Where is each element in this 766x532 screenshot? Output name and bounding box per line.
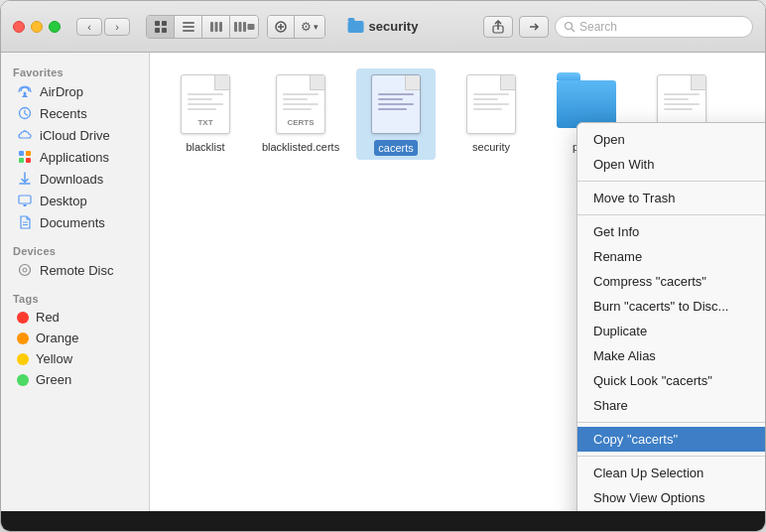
documents-label: Documents: [40, 215, 105, 230]
sidebar-item-downloads[interactable]: Downloads: [5, 168, 145, 190]
icon-view-button[interactable]: [147, 16, 175, 38]
security-doc-icon: [466, 74, 516, 134]
sidebar-item-icloud[interactable]: iCloud Drive: [5, 124, 145, 146]
sidebar-item-red[interactable]: Red: [5, 307, 145, 328]
sidebar: Favorites AirDrop: [1, 53, 150, 511]
devices-label: Devices: [1, 239, 149, 259]
sidebar-item-yellow[interactable]: Yellow: [5, 348, 145, 369]
share-button[interactable]: [483, 16, 513, 38]
desktop-icon: [17, 193, 33, 208]
svg-rect-4: [183, 22, 194, 24]
svg-point-17: [24, 92, 27, 95]
menu-sep-1: [577, 181, 765, 182]
titlebar: ‹ ›: [1, 1, 765, 53]
cacerts-doc-icon: [371, 74, 421, 134]
sidebar-item-desktop[interactable]: Desktop: [5, 190, 145, 211]
svg-rect-0: [155, 21, 160, 26]
window-title-area: security: [348, 19, 419, 34]
svg-rect-5: [183, 26, 194, 28]
forward-button[interactable]: ›: [104, 18, 130, 36]
svg-point-25: [23, 268, 27, 272]
menu-make-alias[interactable]: Make Alias: [577, 343, 765, 368]
menu-clean-up[interactable]: Clean Up Selection: [577, 461, 765, 485]
file-security[interactable]: security: [451, 68, 531, 160]
menu-show-view-options[interactable]: Show View Options: [577, 485, 765, 510]
menu-compress-label: Compress "cacerts": [593, 274, 706, 289]
green-tag-label: Green: [36, 372, 71, 387]
menu-rename[interactable]: Rename: [577, 244, 765, 269]
finder-window: ‹ ›: [0, 0, 766, 532]
menu-open-with[interactable]: Open With ▶: [577, 152, 765, 177]
downloads-icon: [17, 171, 33, 187]
menu-sep-4: [577, 456, 765, 457]
column-view-button[interactable]: [202, 16, 230, 38]
sidebar-item-remote-disc[interactable]: Remote Disc: [5, 259, 145, 281]
blacklisted-certs-icon-container: CERTS: [269, 72, 332, 136]
svg-rect-23: [19, 196, 31, 203]
action-group: ⚙ ▾: [267, 15, 325, 39]
sidebar-item-applications[interactable]: Applications: [5, 146, 145, 168]
applications-icon: [17, 149, 33, 165]
svg-rect-2: [155, 28, 160, 33]
blacklisted-certs-label: blacklisted.certs: [262, 140, 339, 154]
sidebar-item-green[interactable]: Green: [5, 369, 145, 390]
menu-quick-look[interactable]: Quick Look "cacerts": [577, 368, 765, 393]
recents-icon: [17, 105, 33, 121]
blacklist-icon-container: TXT: [174, 72, 237, 136]
sidebar-item-recents[interactable]: Recents: [5, 102, 145, 124]
menu-quick-look-label: Quick Look "cacerts": [593, 373, 712, 388]
path-button[interactable]: [519, 16, 549, 38]
back-button[interactable]: ‹: [76, 18, 102, 36]
tags-label: Tags: [1, 287, 149, 307]
cacerts-label: cacerts: [374, 140, 417, 156]
menu-move-to-trash[interactable]: Move to Trash: [577, 186, 765, 210]
svg-rect-8: [214, 22, 217, 32]
gear-button[interactable]: ⚙ ▾: [295, 16, 324, 38]
blacklist-doc-icon: TXT: [181, 74, 230, 134]
menu-burn[interactable]: Burn "cacerts" to Disc...: [577, 294, 765, 319]
icloud-icon: [17, 127, 33, 143]
svg-rect-10: [234, 22, 237, 32]
red-tag-label: Red: [36, 310, 60, 325]
menu-share-label: Share: [593, 398, 628, 413]
menu-compress[interactable]: Compress "cacerts": [577, 269, 765, 294]
menu-open[interactable]: Open: [577, 127, 765, 152]
bottom-bar: [1, 511, 765, 531]
close-button[interactable]: [13, 21, 25, 33]
svg-rect-11: [239, 22, 242, 32]
main-area: Favorites AirDrop: [1, 53, 765, 511]
menu-copy[interactable]: Copy "cacerts": [577, 427, 765, 452]
menu-show-view-options-label: Show View Options: [593, 490, 705, 505]
list-view-button[interactable]: [175, 16, 202, 38]
menu-get-info-label: Get Info: [593, 224, 639, 239]
applications-label: Applications: [40, 150, 109, 165]
search-bar[interactable]: Search: [555, 16, 753, 38]
file-blacklist[interactable]: TXT blacklist: [166, 68, 245, 160]
security-label: security: [472, 140, 510, 154]
svg-rect-13: [248, 24, 255, 30]
sidebar-item-documents[interactable]: Documents: [5, 211, 145, 233]
policy-folder-icon: [557, 80, 616, 128]
sidebar-item-airdrop[interactable]: AirDrop: [5, 80, 145, 102]
svg-rect-20: [26, 151, 31, 156]
minimize-button[interactable]: [31, 21, 43, 33]
maximize-button[interactable]: [49, 21, 61, 33]
menu-get-info[interactable]: Get Info: [577, 219, 765, 244]
svg-rect-12: [243, 22, 246, 32]
browse-button[interactable]: [268, 16, 295, 38]
yellow-tag-icon: [17, 353, 29, 365]
file-cacerts[interactable]: cacerts: [356, 68, 436, 160]
remote-disc-icon: [17, 262, 33, 278]
menu-sep-2: [577, 214, 765, 215]
airdrop-label: AirDrop: [40, 84, 83, 99]
file-blacklisted-certs[interactable]: CERTS blacklisted.certs: [261, 68, 340, 160]
menu-duplicate[interactable]: Duplicate: [577, 319, 765, 343]
svg-point-24: [20, 265, 31, 276]
menu-duplicate-label: Duplicate: [593, 324, 647, 338]
favorites-label: Favorites: [1, 61, 149, 80]
recents-label: Recents: [40, 106, 87, 121]
sidebar-item-orange[interactable]: Orange: [5, 328, 145, 348]
menu-share[interactable]: Share ▶: [577, 393, 765, 418]
menu-clean-up-label: Clean Up Selection: [593, 466, 703, 480]
cover-flow-button[interactable]: [230, 16, 258, 38]
